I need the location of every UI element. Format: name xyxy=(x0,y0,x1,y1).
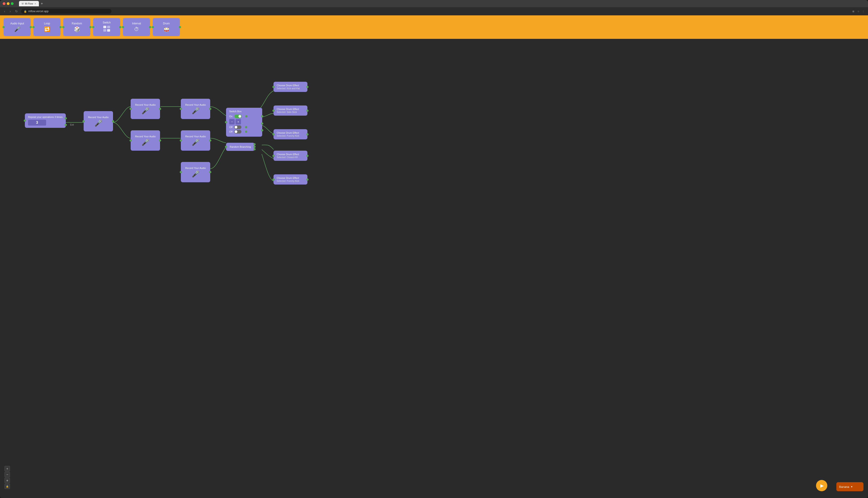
banana-label: Banana xyxy=(839,485,849,488)
toolbar-node-interval[interactable]: Interval ⏱ xyxy=(123,18,150,36)
random-dot-left xyxy=(225,146,227,148)
loop-dot-left xyxy=(24,119,26,122)
forward-button[interactable]: › xyxy=(8,9,12,14)
loop-value-input[interactable] xyxy=(28,120,46,126)
node-dot-right xyxy=(119,26,122,28)
rb3-icon: 🎤 xyxy=(192,170,200,178)
switch-row-off2: Off xyxy=(229,130,259,133)
svg-rect-3 xyxy=(107,29,110,31)
toolbar-node-audio-input[interactable]: Audio Input 🎤 xyxy=(4,18,31,36)
drum-effect-4-node[interactable]: Choose Drum Effect Selected: Closed-HH xyxy=(273,150,307,161)
drum4-title: Choose Drum Effect xyxy=(277,153,304,156)
banana-arrow-icon: ▾ xyxy=(851,485,852,488)
drum-effect-5-node[interactable]: Choose Drum Effect Selected: Punchy-Kick xyxy=(273,174,307,184)
toolbar-node-label: Audio Input xyxy=(10,22,24,25)
browser-window: M M-Flow ✕ + ‹ › ↻ 🔒 mflow.vercel.app ⊞ … xyxy=(0,0,868,498)
record-bot1-node[interactable]: Record Your Audio 🎤 xyxy=(131,130,160,150)
node-dot-left xyxy=(122,26,124,28)
switch-minus-btn[interactable]: − xyxy=(229,119,235,124)
switch-off1-label: Off xyxy=(229,126,232,129)
zoom-in-button[interactable]: + xyxy=(4,466,10,471)
drum5-title: Choose Drum Effect xyxy=(277,176,304,179)
switch-plus-btn[interactable]: + xyxy=(235,119,241,124)
zoom-out-button[interactable]: − xyxy=(4,472,10,477)
close-button[interactable] xyxy=(3,2,5,5)
new-tab-button[interactable]: + xyxy=(41,2,43,6)
canvas-controls: + − ⊕ 🔒 xyxy=(4,466,10,489)
rt1-dot-right xyxy=(159,108,161,110)
toolbar: Audio Input 🎤 Loop 🔁 Random 🎲 Sw xyxy=(0,15,868,39)
fit-button[interactable]: ⊕ xyxy=(4,478,10,483)
rb2-dot-right xyxy=(209,139,211,142)
rt1-icon: 🎤 xyxy=(141,107,150,115)
menu-icon[interactable]: ⋮ xyxy=(861,9,865,13)
switch-row-on: On xyxy=(229,115,259,118)
tab-close-icon[interactable]: ✕ xyxy=(34,2,36,5)
rt1-title: Record Your Audio xyxy=(135,103,155,106)
svg-rect-0 xyxy=(103,26,106,28)
drum-effect-3-node[interactable]: Choose Drum Effect Selected: Punchy-Kick xyxy=(273,129,307,139)
active-tab[interactable]: M M-Flow ✕ xyxy=(19,1,39,6)
toggle-off1[interactable] xyxy=(234,125,241,129)
rb3-title: Record Your Audio xyxy=(185,167,206,169)
switch-on-label: On xyxy=(229,115,233,118)
bookmark-icon[interactable]: ☆ xyxy=(856,9,860,13)
record-bot3-node[interactable]: Record Your Audio 🎤 xyxy=(181,162,210,182)
toolbar-node-switch[interactable]: Switch xyxy=(93,18,120,36)
switch-title: Switch Box xyxy=(229,110,259,113)
node-dot-left xyxy=(152,26,154,28)
node-dot-left xyxy=(92,26,94,28)
toolbar-node-random[interactable]: Random 🎲 xyxy=(63,18,90,36)
toolbar-node-icon xyxy=(103,26,110,33)
random-branch-node[interactable]: Random Branching xyxy=(226,143,255,151)
toolbar-node-label: Drum xyxy=(163,22,169,25)
record-main-node[interactable]: Record Your Audio 🎤 xyxy=(84,111,113,131)
url-input[interactable]: 🔒 mflow.vercel.app xyxy=(21,9,112,14)
node-dot-right xyxy=(30,26,32,28)
switch-dot-right-bot xyxy=(261,129,263,131)
record-bot2-node[interactable]: Record Your Audio 🎤 xyxy=(181,130,210,150)
switch-box-node[interactable]: Switch Box On − + Off xyxy=(226,108,262,136)
toolbar-node-loop[interactable]: Loop 🔁 xyxy=(34,18,61,36)
toggle-on[interactable] xyxy=(234,115,242,118)
random-title: Random Branching xyxy=(230,145,251,148)
extensions-icon[interactable]: ⊞ xyxy=(851,9,855,13)
loop-dot-exit xyxy=(65,124,67,126)
drum-effect-2-node[interactable]: Choose Drum Effect Selected: Side-Stick xyxy=(273,105,307,116)
rt2-dot-right xyxy=(209,108,211,110)
toolbar-node-icon: 🔁 xyxy=(44,26,50,32)
canvas: Repeat your operations 3 times Exit Reco… xyxy=(0,39,868,498)
drum1-selected: Selected: Kick-and-Hat xyxy=(277,87,304,90)
minimize-button[interactable] xyxy=(7,2,10,5)
drum2-dot-right xyxy=(306,109,308,112)
banana-dropdown[interactable]: Banana ▾ xyxy=(837,482,864,491)
drum-effect-1-node[interactable]: Choose Drum Effect Selected: Kick-and-Ha… xyxy=(273,82,307,92)
record-main-title: Record Your Audio xyxy=(88,116,108,119)
random-dot-right-1 xyxy=(253,143,256,145)
switch-dot-left xyxy=(225,121,227,123)
toggle-off2[interactable] xyxy=(234,130,241,133)
reload-button[interactable]: ↻ xyxy=(14,9,19,14)
node-dot-right xyxy=(60,26,62,28)
maximize-button[interactable] xyxy=(11,2,14,5)
play-icon: ▶ xyxy=(820,483,824,488)
toolbar-node-drum[interactable]: Drum 🥁 xyxy=(153,18,180,36)
play-button[interactable]: ▶ xyxy=(816,480,827,491)
title-bar: M M-Flow ✕ + xyxy=(0,0,868,7)
record-top2-node[interactable]: Record Your Audio 🎤 xyxy=(181,99,210,119)
drum2-selected: Selected: Side-Stick xyxy=(277,111,304,113)
rb1-dot-left xyxy=(129,139,132,142)
lock-button[interactable]: 🔒 xyxy=(4,484,10,489)
random-dot-right-2 xyxy=(253,146,256,148)
node-dot-right xyxy=(89,26,91,28)
loop-node[interactable]: Repeat your operations 3 times Exit xyxy=(25,113,66,128)
rt2-title: Record Your Audio xyxy=(185,103,206,106)
app-container: Audio Input 🎤 Loop 🔁 Random 🎲 Sw xyxy=(0,15,868,498)
rb1-title: Record Your Audio xyxy=(135,135,155,138)
drum2-dot-left xyxy=(272,109,275,112)
back-button[interactable]: ‹ xyxy=(3,9,7,14)
svg-rect-1 xyxy=(107,26,110,28)
record-top1-node[interactable]: Record Your Audio 🎤 xyxy=(131,99,160,119)
rb3-dot-right xyxy=(209,171,211,173)
record-main-icon: 🎤 xyxy=(94,119,102,127)
